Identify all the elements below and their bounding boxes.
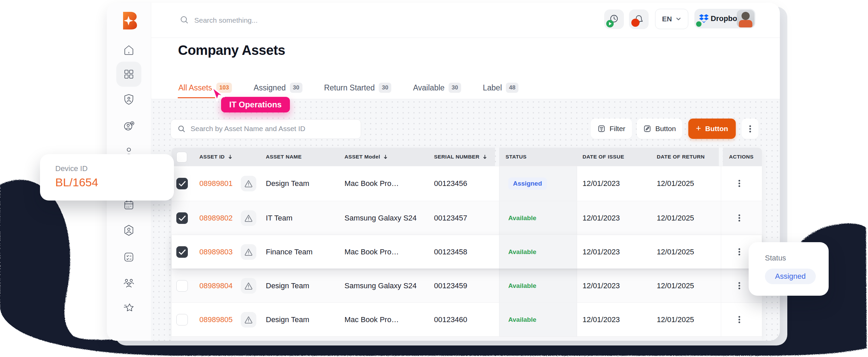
table-header: ASSET ID ASSET NAME ASSET Model SERIAL N… (172, 148, 762, 166)
history-clock-button[interactable] (604, 9, 624, 29)
edit-button[interactable]: Button (637, 119, 682, 139)
tab-count-badge: 30 (290, 83, 302, 93)
device-id-value: BL/1654 (55, 176, 98, 189)
column-header-asset-model[interactable]: ASSET Model (344, 148, 388, 166)
row-actions-menu[interactable] (734, 247, 744, 257)
tab-count-badge: 48 (506, 83, 518, 93)
asset-id-link[interactable]: 08989803 (199, 235, 233, 269)
row-actions-menu[interactable] (734, 179, 744, 188)
warning-icon[interactable] (241, 278, 256, 294)
more-options-button[interactable] (742, 119, 758, 139)
select-all-checkbox[interactable] (176, 152, 187, 163)
asset-model-cell: Mac Book Pro… (344, 235, 399, 269)
app-logo (122, 11, 137, 30)
serial-number-cell: 00123459 (434, 269, 467, 302)
asset-id-link[interactable]: 08989802 (199, 201, 233, 235)
row-checkbox[interactable] (176, 178, 188, 189)
clipped-next-row (172, 336, 762, 341)
assets-table: ASSET ID ASSET NAME ASSET Model SERIAL N… (172, 148, 762, 339)
row-checkbox[interactable] (176, 280, 188, 292)
edit-pencil-icon (643, 125, 651, 133)
status-card-value: Assigned (765, 269, 816, 284)
warning-icon[interactable] (241, 210, 256, 226)
search-icon[interactable] (180, 15, 189, 25)
asset-id-link[interactable]: 08989805 (199, 303, 233, 336)
cursor-icon (209, 85, 227, 104)
asset-id-link[interactable]: 08989801 (199, 166, 233, 201)
date-of-return-cell: 12/01/2025 (657, 269, 694, 302)
app-window: Search something... EN (107, 3, 780, 341)
column-header-actions: ACTIONS (729, 148, 754, 166)
serial-number-cell: 00123457 (434, 201, 467, 235)
device-id-card: Device ID BL/1654 (40, 154, 174, 201)
avatar[interactable] (737, 10, 754, 27)
tasks-icon[interactable] (123, 251, 135, 263)
asset-name-cell: Design Team (266, 166, 309, 201)
device-id-label: Device ID (55, 164, 87, 173)
tab-available[interactable]: Available 30 (413, 83, 461, 93)
column-header-date-of-issue[interactable]: DATE OF ISSUE (583, 148, 624, 166)
row-actions-menu[interactable] (734, 315, 744, 324)
row-actions-menu[interactable] (734, 281, 744, 291)
column-header-status[interactable]: STATUS (506, 148, 527, 166)
date-of-return-cell: 12/01/2025 (657, 201, 694, 235)
asset-name-cell: Design Team (266, 269, 309, 302)
date-of-return-cell: 12/01/2025 (657, 166, 694, 201)
status-badge: Available (508, 212, 541, 224)
play-badge-icon (606, 20, 614, 27)
table-row[interactable]: 08989802 IT Team Samsung Galaxy S24 0012… (172, 201, 762, 235)
calendar-icon[interactable] (123, 199, 135, 211)
favorites-star-icon[interactable] (123, 302, 135, 314)
serial-number-cell: 00123460 (434, 303, 467, 336)
global-search-input[interactable]: Search something... (194, 16, 258, 24)
asset-id-link[interactable]: 08989804 (199, 269, 233, 302)
plus-icon: + (696, 123, 701, 133)
page: Search something... EN (0, 0, 868, 357)
row-checkbox[interactable] (176, 314, 188, 326)
table-row[interactable]: 08989801 Design Team Mac Book Pro… 00123… (172, 166, 762, 201)
date-of-issue-cell: 12/01/2023 (583, 235, 620, 269)
row-checkbox[interactable] (176, 246, 188, 258)
warning-icon[interactable] (241, 312, 256, 328)
tab-return-started[interactable]: Return Started 30 (324, 83, 392, 93)
add-button[interactable]: + Button (688, 119, 736, 139)
account-chip[interactable]: Dropbox (694, 9, 755, 28)
home-icon[interactable] (123, 44, 135, 56)
asset-model-cell: Samsung Galaxy S24 (344, 201, 417, 235)
shield-user-icon[interactable] (123, 93, 135, 105)
table-row[interactable]: 08989805 Design Team Mac Book Pro… 00123… (172, 302, 762, 336)
row-actions-menu[interactable] (734, 213, 744, 223)
language-selector[interactable]: EN (655, 9, 688, 29)
online-status-dot (695, 21, 702, 27)
user-add-icon[interactable] (123, 120, 135, 132)
filter-icon (597, 125, 606, 133)
filter-button[interactable]: Filter (591, 119, 632, 139)
status-badge: Available (508, 280, 541, 292)
sort-down-icon (482, 154, 488, 160)
tab-label[interactable]: Label 48 (483, 83, 518, 93)
apps-grid-icon[interactable] (123, 68, 135, 80)
column-header-asset-id[interactable]: ASSET ID (199, 148, 233, 166)
tab-assigned[interactable]: Assigned 30 (254, 83, 302, 93)
notifications-button[interactable] (629, 9, 649, 29)
serial-number-cell: 00123456 (434, 166, 467, 201)
tab-count-badge: 30 (379, 83, 391, 93)
warning-icon[interactable] (241, 244, 256, 260)
asset-name-cell: IT Team (266, 201, 293, 235)
chevron-down-icon (675, 16, 682, 22)
column-header-date-of-return[interactable]: DATE OF RETURN (657, 148, 705, 166)
team-icon[interactable] (123, 277, 135, 289)
badge-user-icon[interactable] (123, 224, 135, 236)
asset-name-cell: Design Team (266, 303, 309, 336)
table-row[interactable]: 08989803 Finance Team Mac Book Pro… 0012… (172, 235, 762, 269)
column-header-asset-name[interactable]: ASSET NAME (266, 148, 302, 166)
column-header-serial[interactable]: SERIAL NUMBER (434, 148, 488, 166)
asset-name-cell: Finance Team (266, 235, 313, 269)
table-row[interactable]: 08989804 Design Team Samsung Galaxy S24 … (172, 269, 762, 302)
asset-search-input[interactable]: Search by Asset Name and Asset ID (171, 119, 361, 139)
date-of-return-cell: 12/01/2025 (657, 303, 694, 336)
warning-icon[interactable] (241, 176, 256, 191)
collaborator-tag: IT Operations (221, 97, 290, 112)
row-checkbox[interactable] (176, 212, 188, 224)
status-badge: Assigned (508, 177, 547, 190)
